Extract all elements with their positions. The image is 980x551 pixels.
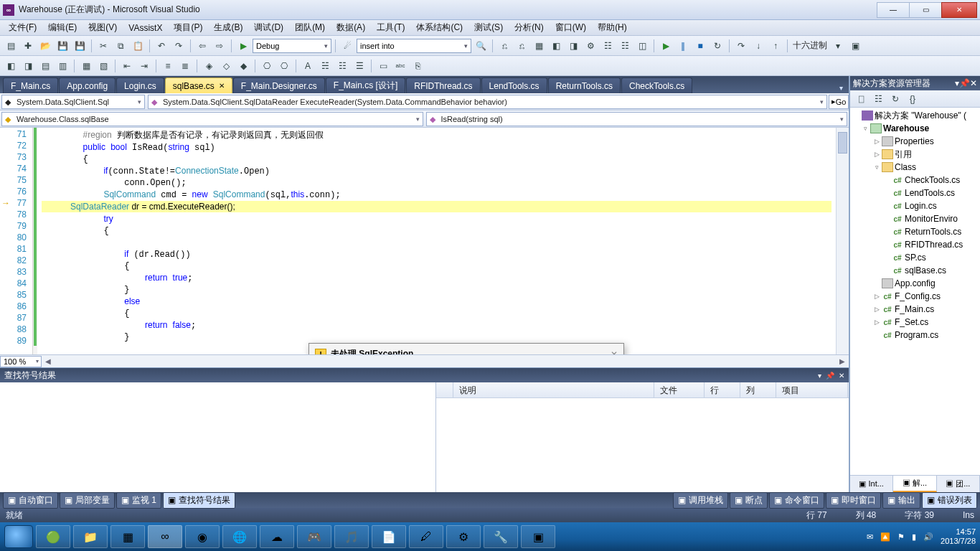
file-tab[interactable]: CheckTools.cs (621, 77, 692, 93)
grid-col-header[interactable]: 项目 (776, 382, 848, 397)
tb2-a[interactable]: ◧ (3, 58, 19, 74)
taskbar-app-5[interactable]: 🌐 (222, 525, 257, 548)
se-pin-icon[interactable]: 📌 (959, 78, 970, 88)
tb2-m[interactable]: ◆ (235, 58, 251, 74)
continue-icon[interactable]: ▶ (658, 38, 674, 54)
add-item-icon[interactable]: ✚ (20, 38, 36, 54)
output-win-icon[interactable]: ▣ (847, 38, 863, 54)
toolwin-tab[interactable]: ▣断点 (730, 492, 768, 509)
undo-icon[interactable]: ↶ (154, 38, 169, 54)
toolwin-tab[interactable]: ▣输出 (882, 492, 920, 509)
exception-close-button[interactable]: ✕ (611, 349, 618, 355)
nav-fwd-icon[interactable]: ⇨ (212, 38, 227, 54)
restart-icon[interactable]: ↻ (710, 38, 725, 54)
step-over-icon[interactable]: ↷ (733, 38, 749, 54)
file-tab[interactable]: ReturnTools.cs (548, 77, 621, 93)
menu-item[interactable]: 团队(M) (289, 20, 331, 35)
tb2-k[interactable]: ◈ (201, 58, 217, 74)
tree-item[interactable]: c#sqlBase.cs (850, 264, 980, 277)
nav-go-button[interactable]: ▸Go (829, 95, 849, 109)
toolwin-tab[interactable]: ▣自动窗口 (3, 492, 58, 509)
file-tab[interactable]: Login.cs (116, 77, 164, 93)
taskbar-app-10[interactable]: 🖊 (409, 525, 443, 548)
taskbar-app-9[interactable]: 📄 (372, 525, 406, 548)
find-icon[interactable]: ☄ (339, 38, 355, 54)
file-tab[interactable]: App.config (59, 77, 116, 93)
file-tab[interactable]: F_Main.Designer.cs (233, 77, 325, 93)
cut-icon[interactable]: ✂ (95, 38, 111, 54)
se-viewcode-icon[interactable]: {} (905, 91, 920, 107)
save-all-icon[interactable]: 💾 (72, 38, 88, 54)
toolwin-tab[interactable]: ▣命令窗口 (769, 492, 824, 509)
tree-item[interactable]: c#RFIDThread.cs (850, 238, 980, 251)
taskbar-app-12[interactable]: 🔧 (484, 525, 518, 548)
misc7-icon[interactable]: ☷ (600, 38, 616, 54)
menu-item[interactable]: 窗口(W) (550, 20, 592, 35)
side-tab[interactable]: ▣ 解... (893, 476, 936, 492)
tree-item[interactable]: App.config (850, 277, 980, 290)
misc3-icon[interactable]: ▦ (531, 38, 547, 54)
tb2-i[interactable]: ≡ (160, 58, 176, 74)
editor-scrollbar[interactable] (836, 128, 849, 354)
misc-icon[interactable]: ⎌ (496, 38, 512, 54)
hex-toggle-icon[interactable]: ▾ (830, 38, 846, 54)
grid-col-header[interactable]: 文件 (654, 382, 705, 397)
start-debug-icon[interactable]: ▶ (235, 38, 251, 54)
menu-item[interactable]: 生成(B) (208, 20, 248, 35)
tb2-d[interactable]: ▥ (55, 58, 70, 74)
toolwin-tab[interactable]: ▣调用堆栈 (673, 492, 728, 509)
grid-col-header[interactable]: 行 (705, 382, 740, 397)
tree-item[interactable]: c#Login.cs (850, 199, 980, 212)
menu-item[interactable]: 体系结构(C) (410, 20, 468, 35)
maximize-button[interactable]: ▭ (909, 2, 942, 18)
grid-col-header[interactable] (436, 382, 453, 397)
toolwin-tab[interactable]: ▣查找符号结果 (163, 492, 235, 509)
tree-item[interactable]: c#LendTools.cs (850, 187, 980, 199)
taskbar-app-6[interactable]: ☁ (260, 525, 294, 548)
menu-item[interactable]: 编辑(E) (42, 20, 83, 35)
menu-item[interactable]: VAssistX (123, 22, 168, 34)
tb2-e[interactable]: ▦ (78, 58, 94, 74)
menu-item[interactable]: 工具(T) (371, 20, 410, 35)
tb2-u[interactable]: abc (392, 58, 408, 74)
tree-item[interactable]: c#Program.cs (850, 329, 980, 342)
tree-item[interactable]: c#ReturnTools.cs (850, 225, 980, 238)
file-tab[interactable]: sqlBase.cs✕ (165, 77, 232, 93)
tray-clock[interactable]: 14:572013/7/28 (941, 527, 976, 546)
file-tab[interactable]: RFIDThread.cs (406, 77, 480, 93)
misc5-icon[interactable]: ◨ (565, 38, 581, 54)
menu-item[interactable]: 帮助(H) (592, 20, 633, 35)
file-tab[interactable]: F_Main.cs [设计] (326, 77, 405, 93)
se-properties-icon[interactable]: ⎕ (853, 91, 869, 107)
solution-tree[interactable]: 解决方案 "Warehouse" (▿Warehouse▷Properties▷… (850, 108, 980, 475)
new-project-icon[interactable]: ▤ (3, 38, 19, 54)
side-tab[interactable]: ▣ 团... (937, 476, 980, 492)
config-combo[interactable]: Debug (253, 39, 331, 53)
tree-item[interactable]: ▷c#F_Set.cs (850, 316, 980, 329)
tb2-f[interactable]: ▧ (95, 58, 111, 74)
hscroll-right-icon[interactable]: ▶ (836, 357, 849, 365)
taskbar-app-2[interactable]: 📁 (73, 525, 108, 548)
menu-item[interactable]: 数据(A) (331, 20, 371, 35)
taskbar-app-1[interactable]: 🟢 (36, 525, 70, 548)
nav-member-combo[interactable]: ◆System.Data.SqlClient.SqlDataReader Exe… (148, 95, 827, 109)
tree-item[interactable]: ▷引用 (850, 148, 980, 161)
toolwin-tab[interactable]: ▣即时窗口 (826, 492, 881, 509)
taskbar-app-7[interactable]: 🎮 (297, 525, 331, 548)
tree-item[interactable]: c#SP.cs (850, 251, 980, 264)
save-icon[interactable]: 💾 (55, 38, 70, 54)
menu-item[interactable]: 测试(S) (468, 20, 509, 35)
misc8-icon[interactable]: ☷ (617, 38, 633, 54)
nav-class-combo[interactable]: ◆Warehouse.Class.sqlBase (1, 112, 423, 126)
tb2-r[interactable]: ☷ (334, 58, 350, 74)
toolwin-tab[interactable]: ▣错误列表 (922, 492, 977, 509)
taskbar-app-8[interactable]: 🎵 (334, 525, 369, 548)
misc9-icon[interactable]: ◫ (634, 38, 650, 54)
open-file-icon[interactable]: 📂 (37, 38, 53, 54)
misc6-icon[interactable]: ⚙ (583, 38, 598, 54)
tree-item[interactable]: ▿Warehouse (850, 122, 980, 135)
toolwin-tab[interactable]: ▣监视 1 (116, 492, 161, 509)
file-tab[interactable]: F_Main.cs (3, 77, 58, 93)
step-out-icon[interactable]: ↑ (768, 38, 783, 54)
grid-col-header[interactable]: 说明 (453, 382, 654, 397)
